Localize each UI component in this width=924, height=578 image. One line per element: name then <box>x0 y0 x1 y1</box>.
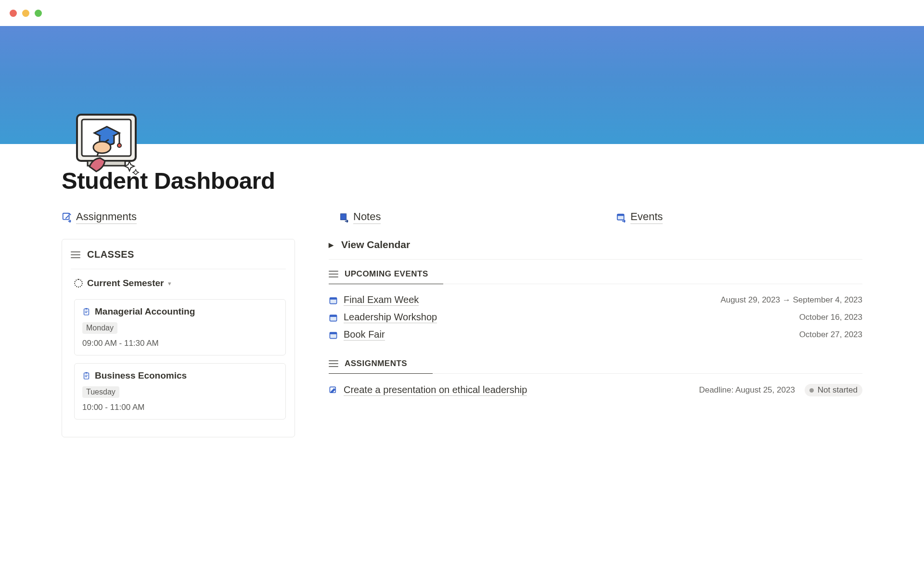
svg-point-5 <box>93 142 111 153</box>
event-row[interactable]: Leadership Workshop October 16, 2023 <box>329 309 862 326</box>
book-arrow-icon <box>339 212 349 223</box>
edit-arrow-icon <box>62 212 72 223</box>
tab-underline <box>329 373 433 374</box>
window-close-button[interactable] <box>10 10 17 17</box>
svg-rect-13 <box>85 372 87 373</box>
assignments-tab[interactable]: ASSIGNMENTS <box>329 349 862 373</box>
semester-selector[interactable]: Current Semester ▾ <box>71 278 286 289</box>
assignment-deadline: Deadline: August 25, 2023 <box>699 385 795 395</box>
status-label: Not started <box>818 385 858 395</box>
triangle-right-icon: ▶ <box>329 241 334 249</box>
window-minimize-button[interactable] <box>22 10 29 17</box>
svg-rect-12 <box>84 373 89 379</box>
view-calendar-label: View Calendar <box>341 239 410 250</box>
status-badge: Not started <box>805 384 862 396</box>
event-title: Book Fair <box>344 329 385 341</box>
calendar-icon <box>329 313 338 322</box>
notes-link-label: Notes <box>353 210 381 224</box>
clipboard-icon <box>82 308 90 316</box>
class-card[interactable]: Business Economics Tuesday 10:00 - 11:00… <box>74 363 286 420</box>
window-maximize-button[interactable] <box>35 10 42 17</box>
svg-rect-17 <box>330 315 336 316</box>
upcoming-events-tab[interactable]: UPCOMING EVENTS <box>329 260 862 284</box>
events-link[interactable]: Events <box>616 210 663 224</box>
svg-rect-19 <box>330 332 336 334</box>
day-tag: Tuesday <box>82 386 119 398</box>
day-tag: Monday <box>82 322 117 334</box>
loading-circle-icon <box>74 279 83 288</box>
edit-icon <box>329 386 338 395</box>
svg-rect-11 <box>85 308 87 309</box>
quick-links-row: Assignments Notes Events <box>62 210 862 224</box>
events-link-label: Events <box>630 210 663 224</box>
view-calendar-toggle[interactable]: ▶ View Calendar <box>329 239 862 260</box>
list-icon <box>329 360 338 367</box>
event-row[interactable]: Book Fair October 27, 2023 <box>329 326 862 343</box>
class-name: Business Economics <box>95 370 187 381</box>
status-dot-icon <box>809 388 814 393</box>
class-time: 10:00 - 11:00 AM <box>82 403 278 412</box>
list-icon <box>329 271 338 277</box>
divider <box>71 269 286 269</box>
semester-label: Current Semester <box>87 278 164 289</box>
window-titlebar <box>0 0 924 26</box>
calendar-icon <box>329 296 338 305</box>
assignments-link-label: Assignments <box>76 210 137 224</box>
event-date: August 29, 2023 → September 4, 2023 <box>720 295 862 305</box>
svg-rect-9 <box>617 214 624 216</box>
list-icon <box>71 251 80 258</box>
chevron-down-icon: ▾ <box>168 280 171 287</box>
assignments-link[interactable]: Assignments <box>62 210 137 224</box>
class-time: 09:00 AM - 11:30 AM <box>82 339 278 348</box>
tab-underline <box>329 284 443 285</box>
event-date: October 27, 2023 <box>799 330 862 340</box>
event-date: October 16, 2023 <box>799 313 862 322</box>
class-card[interactable]: Managerial Accounting Monday 09:00 AM - … <box>74 299 286 355</box>
class-name: Managerial Accounting <box>95 306 195 317</box>
page-icon[interactable] <box>73 110 140 175</box>
event-row[interactable]: Final Exam Week August 29, 2023 → Septem… <box>329 291 862 309</box>
notes-link[interactable]: Notes <box>339 210 381 224</box>
calendar-arrow-icon <box>616 212 627 223</box>
page-title[interactable]: Student Dashboard <box>62 167 862 194</box>
svg-rect-10 <box>84 309 89 315</box>
calendar-icon <box>329 330 338 340</box>
clipboard-icon <box>82 372 90 380</box>
classes-panel: CLASSES Current Semester ▾ Manage <box>62 239 295 437</box>
svg-point-4 <box>117 144 121 147</box>
event-title: Final Exam Week <box>344 294 419 306</box>
upcoming-events-heading: UPCOMING EVENTS <box>345 269 428 279</box>
assignments-heading: ASSIGNMENTS <box>345 359 407 368</box>
event-title: Leadership Workshop <box>344 312 437 323</box>
classes-heading: CLASSES <box>87 249 134 260</box>
svg-rect-15 <box>330 297 336 299</box>
assignment-title: Create a presentation on ethical leaders… <box>344 384 527 396</box>
assignment-row[interactable]: Create a presentation on ethical leaders… <box>329 381 862 399</box>
